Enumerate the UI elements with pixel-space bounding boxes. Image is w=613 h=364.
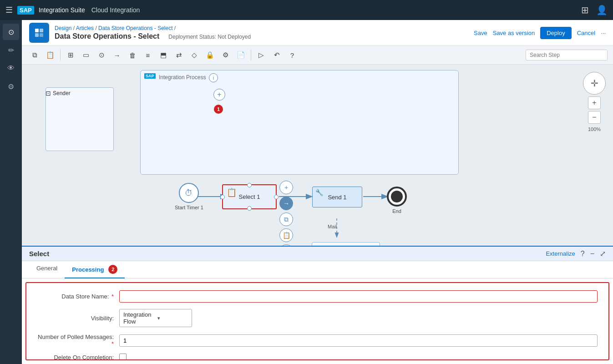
sidebar-item-settings[interactable]: ⚙ [3,78,19,95]
header-left: Design / Articles / Data Store Operation… [29,23,251,43]
form-row-visibility: Visibility: Integration Flow ▾ [37,309,598,327]
toolbar-undo-btn[interactable]: ↶ [269,48,284,62]
connector-bottom [247,206,252,211]
breadcrumb-design[interactable]: Design [55,25,71,31]
info-icon[interactable]: i [209,73,218,82]
sender-label: ⊡ Sender [46,90,71,97]
zoom-out-btn[interactable]: − [588,111,601,124]
cancel-button[interactable]: Cancel [577,30,595,36]
toolbar-play-btn[interactable]: ▷ [254,48,269,62]
select1-label: Select 1 [239,193,260,200]
timer-circle: ⏱ [179,183,199,203]
data-store-icon: 📋 [227,187,237,197]
breadcrumb-sep3: / [174,25,176,31]
bottom-panel-title: Select [29,250,49,258]
toolbar-delete-btn[interactable]: 🗑 [125,48,140,62]
connector-left [220,195,225,199]
end-label: End [392,208,401,214]
top-nav-right: ⊞ 👤 [581,5,608,15]
toolbar-copy-btn[interactable]: ⧉ [27,48,42,62]
select1-element[interactable]: 📋 Select 1 [222,184,277,209]
toolbar-process-btn[interactable]: ▭ [79,48,93,62]
copy-action-btn[interactable]: ⧉ [279,212,293,226]
breadcrumb: Design / Articles / Data Store Operation… [55,25,251,31]
integration-process-label: Integration Process [159,74,206,81]
header-icon [29,23,49,43]
paste-action-btn[interactable]: 📋 [279,228,293,242]
nav-controls: ✛ + − 100% [583,72,606,132]
delete-action-btn[interactable]: 🗑 [279,244,293,246]
toolbar-paste-btn[interactable]: 📋 [43,48,57,62]
zoom-in-btn[interactable]: + [588,96,601,109]
toolbar-gateway-btn[interactable]: ◇ [187,48,202,62]
form-row-delete: Delete On Completion: [37,354,598,360]
more-button[interactable]: ··· [601,30,606,36]
bottom-panel-actions: Externalize ? − ⤢ [546,249,606,258]
send1-box: 🔧 Send 1 [312,187,362,207]
compass-btn[interactable]: ✛ [583,72,606,95]
left-sidebar: ⊙ ✏ 👁 ⚙ [0,20,22,364]
top-nav: ☰ SAP Integration Suite Cloud Integratio… [0,0,613,20]
toolbar-export-btn[interactable]: ⬒ [156,48,171,62]
hamburger-menu[interactable]: ☰ [5,5,13,15]
toolbar-div2 [251,50,251,61]
panel-expand-btn[interactable]: ⤢ [600,249,606,258]
visibility-select[interactable]: Integration Flow ▾ [119,309,192,327]
header-actions: Save Save as version Deploy Cancel ··· [474,27,606,39]
user-icon[interactable]: 👤 [596,5,608,15]
delete-checkbox[interactable] [119,354,127,360]
polled-messages-input[interactable] [119,334,598,347]
send1-element[interactable]: 🔧 Send 1 [312,187,362,207]
sidebar-item-monitor[interactable]: 👁 [3,60,19,76]
bottom-panel: Select Externalize ? − ⤢ General Process… [22,246,613,364]
toolbar-arrow-btn[interactable]: → [110,48,124,62]
toolbar-config-btn[interactable]: ⚙ [218,48,233,62]
tab-general[interactable]: General [29,261,65,278]
add-action-btn[interactable]: + [279,181,293,194]
breadcrumb-articles[interactable]: Articles [76,25,94,31]
toolbar-help-btn[interactable]: ? [285,48,299,62]
start-timer-label: Start Timer 1 [175,205,203,210]
save-as-version-button[interactable]: Save as version [493,30,535,36]
svg-rect-0 [35,29,39,32]
grid-icon[interactable]: ⊞ [581,5,589,15]
add-step-btn[interactable]: + [213,89,225,101]
externalize-link[interactable]: Externalize [546,250,575,257]
deploy-button[interactable]: Deploy [540,27,571,39]
breadcrumb-dso[interactable]: Data Store Operations - Select [98,25,172,31]
page-title: Data Store Operations - Select [55,32,159,40]
form-area: Data Store Name: * Visibility: Integrati… [25,282,609,360]
start-timer-element[interactable]: ⏱ Start Timer 1 [175,183,203,210]
page-header: Design / Articles / Data Store Operation… [22,20,613,46]
sidebar-item-edit[interactable]: ✏ [3,42,19,58]
toolbar-list-btn[interactable]: 📄 [233,48,248,62]
data-store-name-label: Data Store Name: * [37,293,119,300]
required-marker: * [110,293,114,300]
panel-minimize-btn[interactable]: − [590,250,594,258]
sender-box [46,87,114,151]
panel-help-btn[interactable]: ? [581,250,585,258]
canvas-area[interactable]: SAP Integration Process i + ⊡ Sender ⏱ [22,65,613,246]
header-info: Design / Articles / Data Store Operation… [55,25,251,40]
toolbar: ⧉ 📋 ⊞ ▭ ⊙ → 🗑 ≡ ⬒ ⇄ ◇ 🔒 ⚙ 📄 ▷ ↶ ? [22,46,613,65]
toolbar-add-btn[interactable]: ⊞ [63,48,78,62]
select1-box[interactable]: 📋 Select 1 [222,184,277,209]
toolbar-menu-btn[interactable]: ≡ [141,48,155,62]
integration-process-box: SAP Integration Process i + [140,70,459,175]
toolbar-event-btn[interactable]: ⊙ [94,48,109,62]
end-element[interactable]: End [387,187,407,214]
visibility-label: Visibility: [37,315,119,322]
save-button[interactable]: Save [474,30,487,36]
tab-processing[interactable]: Processing 2 [65,261,125,278]
sap-logo: SAP [17,6,34,15]
send1-icon: 🔧 [315,189,323,196]
app-name: Integration Suite [39,6,85,14]
arrow-action-btn[interactable]: → [279,197,293,210]
toolbar-route-btn[interactable]: ⇄ [172,48,186,62]
svg-rect-3 [40,33,43,37]
toolbar-lock-btn[interactable]: 🔒 [203,48,217,62]
sidebar-item-home[interactable]: ⊙ [3,24,19,40]
data-store-name-input[interactable] [119,290,598,303]
mail-label: Mail [328,224,337,229]
search-input[interactable] [526,50,608,61]
